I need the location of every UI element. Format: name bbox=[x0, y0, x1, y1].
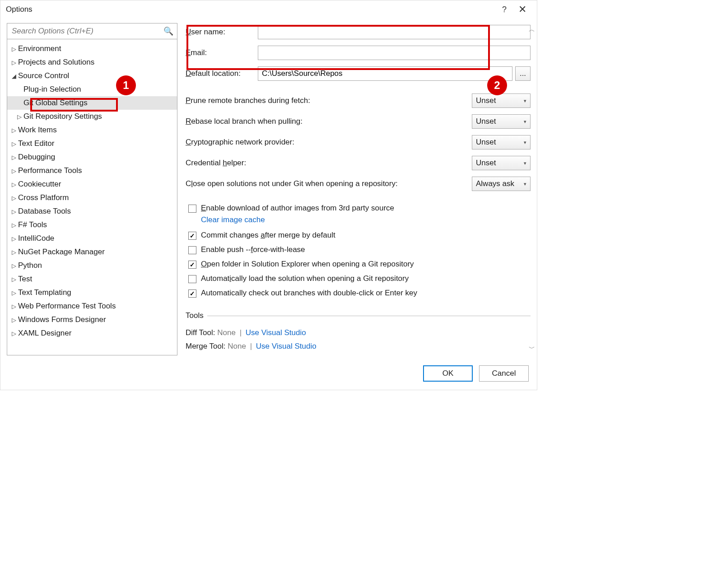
triangle-right-icon: ▷ bbox=[12, 127, 18, 134]
tree-item-label: Text Editor bbox=[18, 139, 54, 148]
prune-label: Prune remote branches during fetch: bbox=[186, 96, 472, 105]
tree-item-label: Text Templating bbox=[18, 288, 71, 297]
settings-panel: ︿ ﹀ User name: Email: Default location: … bbox=[186, 23, 531, 355]
search-options[interactable]: 🔍 bbox=[7, 23, 177, 39]
cancel-button[interactable]: Cancel bbox=[479, 365, 529, 382]
tree-item-label: Plug-in Selection bbox=[23, 85, 81, 94]
tree-item-label: XAML Designer bbox=[18, 329, 71, 338]
open-folder-checkbox[interactable] bbox=[188, 261, 196, 269]
triangle-right-icon: ▷ bbox=[12, 276, 18, 283]
rebase-select[interactable]: Unset▾ bbox=[472, 114, 531, 129]
scroll-down-icon[interactable]: ﹀ bbox=[529, 345, 535, 353]
close-solutions-select[interactable]: Always ask▾ bbox=[472, 177, 531, 191]
tree-item[interactable]: Git Global Settings bbox=[7, 96, 177, 110]
triangle-right-icon: ▷ bbox=[12, 317, 18, 323]
ok-button[interactable]: OK bbox=[423, 365, 473, 382]
diff-tool-use-vs-link[interactable]: Use Visual Studio bbox=[246, 328, 306, 337]
triangle-right-icon: ▷ bbox=[12, 208, 18, 215]
username-label: User name: bbox=[186, 28, 258, 37]
triangle-right-icon: ▷ bbox=[12, 330, 18, 337]
tree-item[interactable]: ▷Cross Platform bbox=[7, 191, 177, 205]
tree-item[interactable]: Plug-in Selection bbox=[7, 83, 177, 96]
merge-tool-label: Merge Tool: bbox=[186, 342, 226, 350]
triangle-right-icon: ▷ bbox=[12, 262, 18, 269]
tree-item[interactable]: ▷Performance Tools bbox=[7, 164, 177, 177]
tree-item[interactable]: ▷Work Items bbox=[7, 123, 177, 137]
browse-button[interactable]: ... bbox=[515, 66, 531, 81]
commit-after-merge-label: Commit changes after merge by default bbox=[201, 231, 335, 240]
tree-item-label: Web Performance Test Tools bbox=[18, 302, 116, 311]
username-input[interactable] bbox=[258, 25, 531, 39]
options-dialog: Options ? ✕ 🔍 ▷Environment▷Projects and … bbox=[0, 0, 537, 390]
diff-tool-label: Diff Tool: bbox=[186, 328, 215, 337]
triangle-right-icon: ▷ bbox=[12, 140, 18, 147]
tree-item-label: Work Items bbox=[18, 126, 57, 135]
auto-load-checkbox[interactable] bbox=[188, 275, 196, 283]
tree-item-label: Cookiecutter bbox=[18, 180, 61, 189]
tree-item[interactable]: ▷Cookiecutter bbox=[7, 177, 177, 191]
search-input[interactable] bbox=[11, 26, 163, 36]
tree-item-label: Source Control bbox=[18, 71, 69, 80]
triangle-right-icon: ▷ bbox=[12, 249, 18, 256]
crypto-label: Cryptographic network provider: bbox=[186, 138, 472, 147]
diff-tool-value: None bbox=[217, 328, 236, 337]
chevron-down-icon: ▾ bbox=[524, 98, 526, 104]
tree-item-label: Performance Tools bbox=[18, 166, 82, 175]
close-button[interactable]: ✕ bbox=[513, 4, 531, 15]
tree-item-label: F# Tools bbox=[18, 220, 47, 229]
rebase-label: Rebase local branch when pulling: bbox=[186, 117, 472, 126]
prune-select[interactable]: Unset▾ bbox=[472, 93, 531, 108]
tree-item-label: Database Tools bbox=[18, 207, 71, 216]
tree-item[interactable]: ▷Projects and Solutions bbox=[7, 56, 177, 69]
tree-item[interactable]: ▷Database Tools bbox=[7, 205, 177, 218]
tree-item[interactable]: ▷IntelliCode bbox=[7, 232, 177, 245]
tree-item[interactable]: ◢Source Control bbox=[7, 69, 177, 83]
cred-select[interactable]: Unset▾ bbox=[472, 156, 531, 170]
left-panel: 🔍 ▷Environment▷Projects and Solutions◢So… bbox=[7, 23, 177, 355]
triangle-right-icon: ▷ bbox=[12, 289, 18, 296]
tree-item-label: Environment bbox=[18, 44, 61, 53]
chevron-down-icon: ▾ bbox=[524, 140, 526, 145]
open-folder-label: Open folder in Solution Explorer when op… bbox=[201, 260, 414, 269]
scroll-up-icon[interactable]: ︿ bbox=[529, 26, 535, 34]
tree-item[interactable]: ▷Git Repository Settings bbox=[7, 110, 177, 123]
options-tree[interactable]: ▷Environment▷Projects and Solutions◢Sour… bbox=[7, 39, 177, 355]
auto-checkout-checkbox[interactable] bbox=[188, 289, 196, 298]
tools-header: Tools bbox=[186, 311, 204, 320]
commit-after-merge-checkbox[interactable] bbox=[188, 232, 196, 240]
clear-image-cache-link[interactable]: Clear image cache bbox=[201, 215, 531, 224]
window-title: Options bbox=[6, 5, 495, 14]
triangle-right-icon: ▷ bbox=[12, 154, 18, 161]
force-with-lease-label: Enable push --force-with-lease bbox=[201, 245, 305, 254]
enable-download-checkbox[interactable] bbox=[188, 205, 196, 213]
help-button[interactable]: ? bbox=[495, 5, 513, 14]
tree-item[interactable]: ▷Environment bbox=[7, 42, 177, 56]
default-location-input[interactable] bbox=[258, 66, 512, 81]
tree-item[interactable]: ▷Web Performance Test Tools bbox=[7, 299, 177, 313]
tree-item[interactable]: ▷Windows Forms Designer bbox=[7, 313, 177, 327]
email-input[interactable] bbox=[258, 46, 531, 60]
triangle-right-icon: ▷ bbox=[12, 222, 18, 229]
tree-item-label: Git Global Settings bbox=[23, 98, 88, 107]
tree-item[interactable]: ▷Python bbox=[7, 259, 177, 272]
merge-tool-use-vs-link[interactable]: Use Visual Studio bbox=[256, 342, 317, 350]
auto-load-label: Automatically load the solution when ope… bbox=[201, 274, 409, 283]
close-solutions-label: Close open solutions not under Git when … bbox=[186, 179, 472, 188]
tree-item[interactable]: ▷F# Tools bbox=[7, 218, 177, 232]
tree-item[interactable]: ▷Debugging bbox=[7, 150, 177, 164]
force-with-lease-checkbox[interactable] bbox=[188, 246, 196, 254]
search-icon: 🔍 bbox=[163, 26, 173, 36]
merge-tool-value: None bbox=[228, 342, 246, 350]
tree-item-label: Git Repository Settings bbox=[23, 112, 102, 121]
tree-item[interactable]: ▷Test bbox=[7, 272, 177, 286]
tree-item[interactable]: ▷Text Editor bbox=[7, 137, 177, 150]
tree-item-label: Test bbox=[18, 275, 32, 284]
crypto-select[interactable]: Unset▾ bbox=[472, 135, 531, 149]
auto-checkout-label: Automatically check out branches with do… bbox=[201, 289, 417, 298]
tree-item-label: Debugging bbox=[18, 153, 55, 162]
tree-item[interactable]: ▷NuGet Package Manager bbox=[7, 245, 177, 259]
divider bbox=[207, 316, 531, 316]
tree-item[interactable]: ▷Text Templating bbox=[7, 286, 177, 299]
triangle-right-icon: ▷ bbox=[12, 235, 18, 242]
tree-item[interactable]: ▷XAML Designer bbox=[7, 327, 177, 340]
